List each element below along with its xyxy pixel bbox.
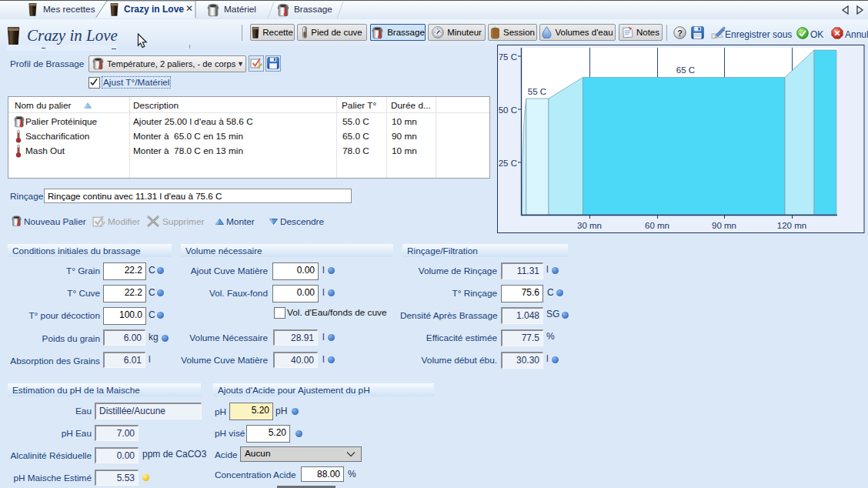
svg-text:90 mn: 90 mn	[712, 221, 736, 230]
svg-text:120 mn: 120 mn	[777, 221, 806, 230]
svg-text:50 C: 50 C	[499, 105, 517, 115]
svg-text:?: ?	[677, 28, 683, 38]
svg-text:75 C: 75 C	[499, 52, 517, 62]
svg-text:30 mn: 30 mn	[577, 221, 602, 230]
svg-text:55 C: 55 C	[528, 87, 546, 96]
svg-text:65 C: 65 C	[676, 65, 695, 75]
svg-text:25 C: 25 C	[499, 159, 517, 168]
svg-text:60 mn: 60 mn	[645, 221, 669, 230]
